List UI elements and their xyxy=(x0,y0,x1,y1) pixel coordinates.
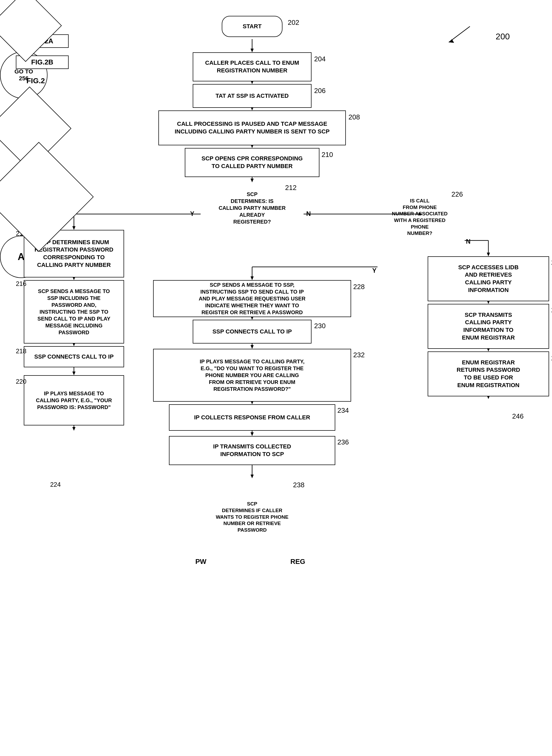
svg-marker-18 xyxy=(72,371,76,375)
svg-line-45 xyxy=(449,26,470,42)
diamond-212 xyxy=(0,0,62,62)
label-226: 226 xyxy=(451,190,463,199)
label-224: 224 xyxy=(50,481,61,488)
diagram-container: FIG.2A FIG.2B FIG.2 FIG. 2A 200 START 20… xyxy=(0,0,552,756)
node-230-label: SSP CONNECTS CALL TO IP xyxy=(213,328,292,336)
node-216: SCP SENDS A MESSAGE TO SSP INCLUDING THE… xyxy=(24,280,124,343)
node-244: ENUM REGISTRAR RETURNS PASSWORD TO BE US… xyxy=(428,351,549,396)
diamond-226-label: IS CALL FROM PHONE NUMBER ASSOCIATED WIT… xyxy=(392,198,447,237)
label-234: 234 xyxy=(337,406,349,415)
node-228-label: SCP SENDS A MESSAGE TO SSP, INSTRUCTING … xyxy=(199,282,306,316)
node-210-label: SCP OPENS CPR CORRESPONDING TO CALLED PA… xyxy=(201,155,302,170)
label-236: 236 xyxy=(337,438,349,446)
n-label-212: N xyxy=(306,210,311,217)
y-label-212: Y xyxy=(190,210,194,217)
label-210: 210 xyxy=(321,150,333,159)
label-246: 246 xyxy=(512,412,524,420)
node-220-label: IP PLAYS MESSAGE TO CALLING PARTY, E.G.,… xyxy=(36,390,112,411)
node-242-label: SCP TRANSMITS CALLING PARTY INFORMATION … xyxy=(462,311,515,341)
diamond-238-text: SCP DETERMINES IF CALLER WANTS TO REGIST… xyxy=(174,478,330,556)
diamond-212-label: SCP DETERMINES: IS CALLING PARTY NUMBER … xyxy=(219,191,286,225)
svg-marker-32 xyxy=(251,345,254,349)
node-228: SCP SENDS A MESSAGE TO SSP, INSTRUCTING … xyxy=(153,280,351,317)
start-label: START xyxy=(243,23,262,30)
svg-marker-36 xyxy=(251,432,254,436)
svg-marker-20 xyxy=(72,427,76,431)
node-236-label: IP TRANSMITS COLLECTED INFORMATION TO SC… xyxy=(213,443,291,458)
node-240-label: SCP ACCESSES LIDB AND RETRIEVES CALLING … xyxy=(458,264,519,294)
svg-marker-25 xyxy=(251,277,254,280)
label-238: 238 xyxy=(293,481,304,489)
node-204: CALLER PLACES CALL TO ENUM REGISTRATION … xyxy=(193,52,311,81)
node-208: CALL PROCESSING IS PAUSED AND TCAP MESSA… xyxy=(158,110,346,145)
node-218: SSP CONNECTS CALL TO IP xyxy=(24,346,124,367)
svg-marker-9 xyxy=(251,179,254,182)
node-216-label: SCP SENDS A MESSAGE TO SSP INCLUDING THE… xyxy=(37,288,110,336)
svg-marker-12 xyxy=(72,226,76,230)
node-208-label: CALL PROCESSING IS PAUSED AND TCAP MESSA… xyxy=(175,120,330,135)
label-204: 204 xyxy=(314,55,325,63)
svg-marker-1 xyxy=(251,48,254,52)
label-202: 202 xyxy=(288,18,299,27)
label-220: 220 xyxy=(16,378,26,385)
pw-label: PW xyxy=(195,557,206,566)
label-208: 208 xyxy=(349,113,360,121)
fig2-label: FIG.2 xyxy=(26,77,45,85)
node-206-label: TAT AT SSP IS ACTIVATED xyxy=(216,92,289,100)
node-220: IP PLAYS MESSAGE TO CALLING PARTY, E.G.,… xyxy=(24,375,124,425)
label-200: 200 xyxy=(496,32,510,41)
n-label-226: N xyxy=(466,238,470,245)
svg-marker-22 xyxy=(419,212,422,216)
node-234: IP COLLECTS RESPONSE FROM CALLER xyxy=(169,404,335,431)
node-210: SCP OPENS CPR CORRESPONDING TO CALLED PA… xyxy=(185,148,319,177)
label-212: 212 xyxy=(285,184,296,192)
svg-marker-28 xyxy=(487,253,490,256)
start-node: START xyxy=(222,16,282,37)
diamond-238-label: SCP DETERMINES IF CALLER WANTS TO REGIST… xyxy=(216,501,288,533)
label-206: 206 xyxy=(314,87,325,95)
label-232: 232 xyxy=(353,351,365,359)
svg-marker-38 xyxy=(251,474,254,478)
node-234-label: IP COLLECTS RESPONSE FROM CALLER xyxy=(194,414,310,422)
reg-label: REG xyxy=(290,557,305,566)
y-label-226: Y xyxy=(372,267,377,274)
label-216: 216 xyxy=(16,280,26,288)
label-228: 228 xyxy=(353,283,365,291)
label-218: 218 xyxy=(16,347,26,355)
node-206: TAT AT SSP IS ACTIVATED xyxy=(193,84,311,108)
label-230: 230 xyxy=(314,322,325,330)
node-230: SSP CONNECTS CALL TO IP xyxy=(193,320,311,343)
node-232: IP PLAYS MESSAGE TO CALLING PARTY, E.G.,… xyxy=(153,349,351,402)
node-236: IP TRANSMITS COLLECTED INFORMATION TO SC… xyxy=(169,436,335,465)
node-218-label: SSP CONNECTS CALL TO IP xyxy=(34,353,114,361)
node-242: SCP TRANSMITS CALLING PARTY INFORMATION … xyxy=(428,304,549,349)
node-240: SCP ACCESSES LIDB AND RETRIEVES CALLING … xyxy=(428,256,549,301)
node-204-label: CALLER PLACES CALL TO ENUM REGISTRATION … xyxy=(205,59,299,74)
node-232-label: IP PLAYS MESSAGE TO CALLING PARTY, E.G.,… xyxy=(199,358,304,393)
svg-marker-46 xyxy=(449,39,454,43)
node-244-label: ENUM REGISTRAR RETURNS PASSWORD TO BE US… xyxy=(457,359,520,389)
